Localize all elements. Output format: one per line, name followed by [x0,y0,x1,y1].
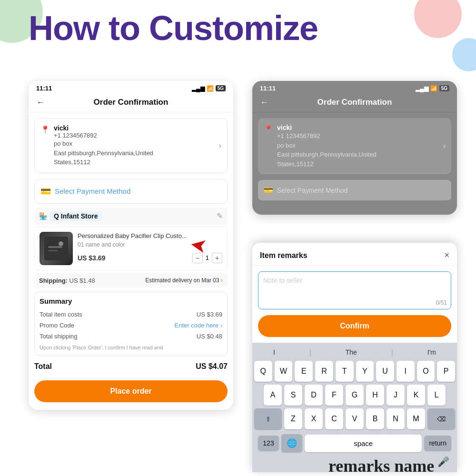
key-r[interactable]: R [315,361,333,382]
place-order-button[interactable]: Place order [34,380,228,402]
back-button-left[interactable]: ← [36,98,45,108]
item-remarks-popup: Item remarks × Note to seller 0/51 remar… [252,243,457,472]
promo-value[interactable]: Enter code here › [175,322,222,329]
key-p[interactable]: P [437,361,455,382]
status-icons-left: ▂▄▆ 📶 5G [192,85,226,92]
addr-city-left: East pittsburgh,Pennsylvania,United [54,149,153,158]
key-t[interactable]: T [336,361,354,382]
key-i[interactable]: I [397,361,415,382]
key-c[interactable]: C [325,408,343,429]
key-x[interactable]: X [305,408,323,429]
location-icon-left: 📍 [40,125,50,134]
dark-location-icon: 📍 [264,125,273,169]
kb-suggestion-the[interactable]: The [342,348,361,357]
store-left: 🏪 Q Infant Store [39,211,102,221]
kb-suggestion-im[interactable]: I'm [424,348,440,357]
key-m[interactable]: M [407,408,425,429]
key-globe[interactable]: 🌐 [281,434,302,452]
key-j[interactable]: J [387,385,405,406]
remarks-char-count: 0/51 [436,299,447,306]
key-z[interactable]: Z [284,408,302,429]
confirm-button[interactable]: Confirm [258,315,451,337]
key-k[interactable]: K [407,385,425,406]
carrier-right: 5G [439,85,449,91]
qty-value: 1 [206,254,209,261]
promo-label: Promo Code [40,322,74,329]
time-left: 11:11 [36,85,52,92]
key-d[interactable]: D [305,385,323,406]
remarks-body: Note to seller 0/51 remarks name e.g. (d… [252,271,457,309]
key-s[interactable]: S [284,385,302,406]
product-svg [44,237,68,260]
kb-row-4: 123 🌐 space return [254,432,455,454]
remarks-close-button[interactable]: × [444,250,449,260]
total-value-left: US $4.07 [196,362,228,371]
payment-icon-left: 💳 [40,186,51,197]
svg-rect-1 [48,246,62,248]
qty-plus-btn[interactable]: + [212,253,222,263]
signal-icon-right: ▂▄▆ [416,85,428,92]
payment-row-left[interactable]: 💳 Select Payment Method [34,179,228,204]
key-123[interactable]: 123 [258,436,279,451]
key-l[interactable]: L [427,385,446,406]
kb-suggestion-i[interactable]: I [269,348,279,357]
nav-title-left: Order Confirmation [94,98,169,107]
payment-label-left: Select Payment Method [55,187,130,195]
key-n[interactable]: N [387,408,405,429]
key-o[interactable]: O [417,361,435,382]
kb-suggestions-row: I | The | I'm [254,347,455,361]
summary-row-shipping: Total shipping US $0.48 [40,331,222,342]
addr-phone-left: +1 1234567892 [54,132,153,139]
annotation-main: remarks name [328,456,434,472]
kb-row-2: A S D F G H J K L [254,385,455,406]
remarks-input-area[interactable]: Note to seller 0/51 [258,271,451,309]
wifi-icon-left: 📶 [207,85,214,92]
dark-payment-label: Select Payment Method [277,187,348,194]
key-h[interactable]: H [366,385,384,406]
remarks-title: Item remarks [260,251,307,260]
bg-circle-blue [452,38,476,71]
key-u[interactable]: U [376,361,394,382]
mic-icon[interactable]: 🎤 [437,456,449,467]
product-image-left [40,232,73,265]
key-b[interactable]: B [366,408,384,429]
dark-payment-row[interactable]: 💳 Select Payment Method [258,180,451,200]
store-icon-left: 🏪 [39,212,47,220]
kb-row-1: Q W E R T Y U I O P [254,361,455,382]
key-shift[interactable]: ⇧ [254,408,282,429]
summary-row-promo[interactable]: Promo Code Enter code here › [40,320,222,331]
addr-line1-left: po box [54,139,153,149]
key-g[interactable]: G [346,385,364,406]
address-details-left: vicki +1 1234567892 po box East pittsbur… [54,124,153,167]
product-price-left: US $3.69 [78,254,105,262]
summary-row-items: Total item costs US $3.69 [40,309,222,320]
back-button-right[interactable]: ← [260,98,268,108]
address-card-left[interactable]: 📍 vicki +1 1234567892 po box East pittsb… [34,118,228,173]
svg-point-3 [59,241,63,246]
carrier-left: 5G [216,85,226,91]
shipping-arrow: › [221,277,223,284]
disclaimer-text: Upon clicking 'Place Order', I confirm I… [40,345,222,350]
key-w[interactable]: W [275,361,293,382]
key-space[interactable]: space [305,435,422,452]
key-q[interactable]: Q [254,361,272,382]
signal-icon-left: ▂▄▆ [192,85,205,92]
total-label-left: Total [34,362,52,371]
shipping-row-left: Shipping: US $1.48 Estimated delivery on… [34,273,228,288]
key-return[interactable]: return [424,436,451,451]
key-e[interactable]: E [295,361,313,382]
item-costs-label: Total item costs [40,311,82,318]
wifi-icon-right: 📶 [430,85,437,92]
key-y[interactable]: Y [356,361,374,382]
shipping-left: Shipping: US $1.48 [39,277,95,284]
key-a[interactable]: A [264,385,282,406]
addr-state-left: States,15112 [54,158,153,167]
shipping-right: Estimated delivery on Mar 03 › [145,277,223,284]
shipping-label: Shipping: [39,277,68,284]
key-f[interactable]: F [325,385,343,406]
key-backspace[interactable]: ⌫ [427,408,455,429]
key-v[interactable]: V [346,408,364,429]
store-edit-icon-left[interactable]: ✎ [217,211,223,220]
shipping-cost: US $1.48 [69,277,95,284]
dark-address-card[interactable]: 📍 vicki +1 1234567892 po box East pittsb… [258,118,451,174]
